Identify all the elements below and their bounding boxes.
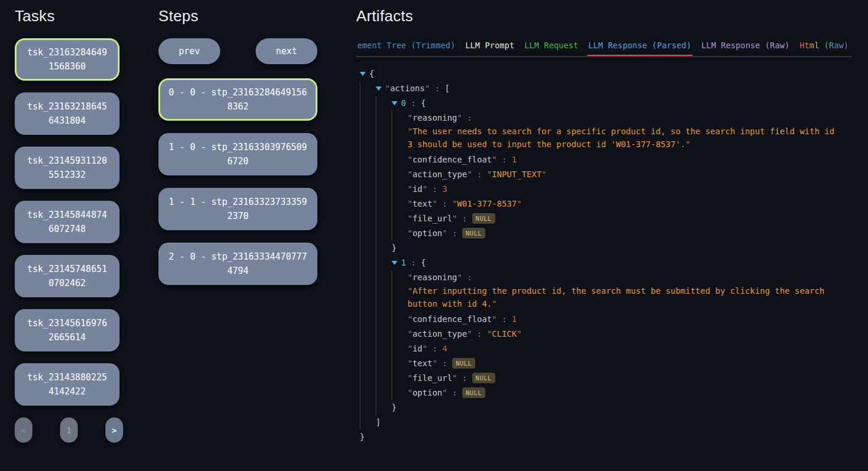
step-button[interactable]: 1 - 0 - stp_231633039765096720: [158, 133, 317, 175]
tab-llm-request[interactable]: LLM Request: [525, 41, 579, 51]
json-tree: {"actions" : [0 : {"reasoning" :"The use…: [356, 67, 852, 445]
indent-guide: [376, 96, 392, 111]
indent-guide: [360, 81, 376, 96]
indent-guide: [376, 356, 392, 371]
json-tree-row: "id" : 4: [360, 341, 852, 356]
page-number-button[interactable]: 1: [60, 417, 78, 443]
json-tree-row: "actions" : [: [360, 81, 852, 96]
indent-guide: [376, 341, 392, 356]
tab-llm-prompt[interactable]: LLM Prompt: [465, 41, 514, 51]
tab-llm-response-parsed[interactable]: LLM Response (Parsed): [588, 41, 691, 51]
task-button[interactable]: tsk_231457486510702462: [15, 255, 120, 297]
json-tree-row: "action_type" : "CLICK": [360, 327, 852, 341]
collapse-toggle-icon[interactable]: [392, 101, 397, 105]
tasks-title: Tasks: [15, 7, 120, 25]
indent-guide: [392, 111, 408, 152]
indent-guide: [376, 226, 392, 241]
indent-guide: [376, 256, 392, 270]
task-button[interactable]: tsk_231459311205512332: [15, 147, 120, 189]
indent-guide: [360, 256, 376, 270]
indent-guide: [392, 226, 408, 241]
null-badge: NULL: [462, 387, 485, 398]
indent-guide: [392, 167, 408, 182]
json-tree-row: 1 : {: [360, 256, 852, 270]
indent-guide: [360, 371, 376, 386]
tab-llm-response-raw[interactable]: LLM Response (Raw): [701, 41, 790, 51]
indent-guide: [392, 341, 408, 356]
json-tree-row: 0 : {: [360, 96, 852, 111]
json-tree-row: "option" : NULL: [360, 226, 852, 241]
task-button[interactable]: tsk_231458448746072748: [15, 201, 120, 243]
next-page-button[interactable]: >: [105, 417, 123, 443]
json-string-value: "The user needs to search for a specific…: [408, 125, 836, 151]
json-tree-row: "confidence_float" : 1: [360, 312, 852, 327]
tasks-panel: Tasks tsk_231632846491568360tsk_23163218…: [15, 0, 120, 443]
indent-guide: [376, 270, 392, 312]
indent-guide: [376, 312, 392, 327]
indent-guide: [392, 356, 408, 371]
tab-element-tree-trimmed[interactable]: Element Tree (Trimmed): [356, 41, 455, 51]
steps-title: Steps: [158, 7, 317, 25]
json-tree-row: "confidence_float" : 1: [360, 152, 852, 167]
collapse-toggle-icon[interactable]: [392, 261, 397, 265]
collapse-toggle-icon[interactable]: [360, 72, 366, 76]
indent-guide: [376, 327, 392, 341]
step-button[interactable]: 2 - 0 - stp_231633344707774794: [158, 243, 317, 285]
indent-guide: [392, 197, 408, 211]
json-tree-row: "reasoning" :"The user needs to search f…: [360, 111, 852, 152]
artifacts-tabbar: Element Tree (Trimmed)LLM PromptLLM Requ…: [356, 41, 852, 57]
task-button[interactable]: tsk_231632846491568360: [15, 38, 120, 81]
indent-guide: [360, 182, 376, 197]
indent-guide: [392, 371, 408, 386]
task-button[interactable]: tsk_231632186456431804: [15, 92, 120, 135]
indent-guide: [360, 341, 376, 356]
indent-guide: [360, 197, 376, 211]
collapse-toggle-icon[interactable]: [376, 87, 382, 91]
task-button[interactable]: tsk_231438802254142422: [15, 363, 120, 406]
json-string-value: "After inputting the product id, the sea…: [408, 284, 836, 310]
indent-guide: [392, 312, 408, 327]
indent-guide: [360, 211, 376, 226]
json-tree-row: "reasoning" :"After inputting the produc…: [360, 270, 852, 312]
indent-guide: [376, 197, 392, 211]
indent-guide: [360, 226, 376, 241]
indent-guide: [360, 415, 376, 430]
null-badge: NULL: [462, 228, 485, 238]
indent-guide: [376, 211, 392, 226]
null-badge: NULL: [472, 373, 495, 383]
json-tree-row: "file_url" : NULL: [360, 211, 852, 226]
indent-guide: [376, 182, 392, 197]
tab-html-raw[interactable]: Html (Raw): [800, 41, 849, 51]
steps-panel: Steps prev next 0 - 0 - stp_231632846491…: [158, 0, 317, 297]
prev-page-button[interactable]: <: [15, 417, 32, 443]
indent-guide: [376, 241, 392, 256]
indent-guide: [360, 400, 376, 415]
json-tree-row: "option" : NULL: [360, 386, 852, 400]
indent-guide: [376, 152, 392, 167]
json-tree-row: "text" : NULL: [360, 356, 852, 371]
task-list: tsk_231632846491568360tsk_23163218645643…: [15, 38, 120, 406]
json-tree-row: {: [360, 67, 852, 81]
indent-guide: [376, 167, 392, 182]
step-button[interactable]: 1 - 1 - stp_231633237333592370: [158, 188, 317, 230]
step-button[interactable]: 0 - 0 - stp_231632846491568362: [158, 78, 317, 121]
indent-guide: [376, 371, 392, 386]
task-button[interactable]: tsk_231456169762665614: [15, 309, 120, 351]
indent-guide: [392, 386, 408, 400]
indent-guide: [360, 96, 376, 111]
json-tree-row: "action_type" : "INPUT_TEXT": [360, 167, 852, 182]
next-step-button[interactable]: next: [256, 38, 317, 64]
indent-guide: [392, 182, 408, 197]
indent-guide: [360, 152, 376, 167]
indent-guide: [376, 386, 392, 400]
indent-guide: [360, 327, 376, 341]
json-tree-row: "text" : "W01-377-8537": [360, 197, 852, 211]
indent-guide: [392, 211, 408, 226]
indent-guide: [392, 152, 408, 167]
indent-guide: [360, 312, 376, 327]
prev-step-button[interactable]: prev: [158, 38, 220, 64]
step-list: 0 - 0 - stp_2316328464915683621 - 0 - st…: [158, 78, 317, 285]
step-nav: prev next: [158, 38, 317, 64]
indent-guide: [376, 111, 392, 152]
tasks-pagination: < 1 >: [15, 417, 123, 443]
